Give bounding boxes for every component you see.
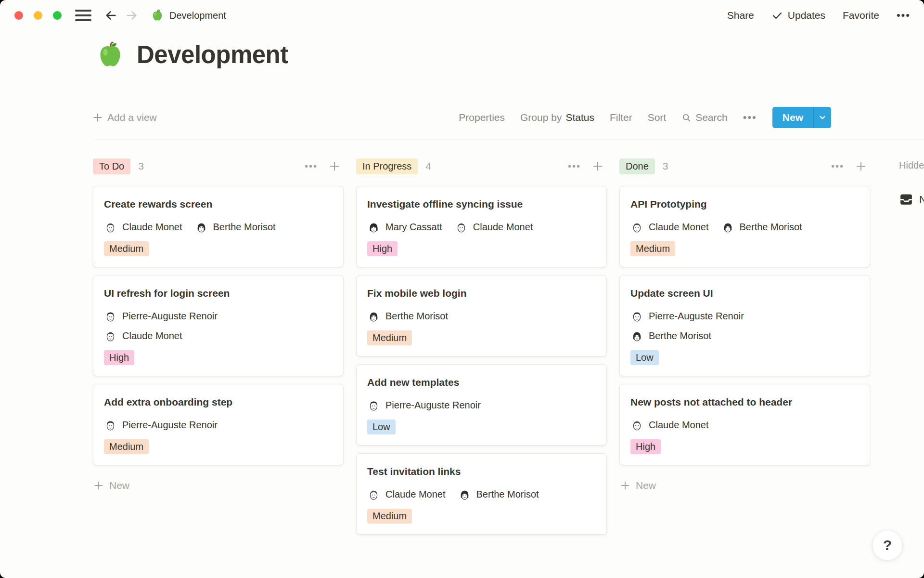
new-button[interactable]: New [772, 107, 813, 128]
board-column: Done 3 ••• API Prototyping Claude MonetB… [619, 157, 870, 535]
breadcrumb-title: Development [169, 10, 226, 21]
updates-button[interactable]: Updates [771, 10, 825, 21]
kanban-card[interactable]: Add new templates Pierre-Auguste Renoir … [356, 364, 607, 446]
column-more-icon[interactable]: ••• [568, 161, 581, 171]
assignee-avatar-icon [367, 399, 380, 412]
column-count: 4 [425, 160, 431, 172]
card-assignees: Claude MonetBerthe Morisot [630, 221, 859, 234]
minimize-button[interactable] [34, 11, 42, 20]
filter-button[interactable]: Filter [610, 112, 632, 123]
kanban-card[interactable]: Test invitation links Claude MonetBerthe… [356, 453, 607, 535]
card-priority-pill: Low [367, 420, 396, 434]
assignee-name: Berthe Morisot [213, 222, 276, 233]
assignee-row: Claude MonetBerthe Morisot [104, 221, 333, 234]
kanban-card[interactable]: New posts not attached to header Claude … [619, 384, 870, 465]
forward-arrow-icon [125, 9, 139, 22]
assignee-row: Claude MonetBerthe Morisot [630, 221, 859, 234]
card-priority-pill: Medium [367, 509, 412, 524]
column-add-card-icon[interactable] [856, 161, 866, 171]
column-cards: Investigate offline syncing issue Mary C… [356, 186, 607, 535]
help-button[interactable]: ? [872, 530, 903, 561]
assignee-avatar-icon [367, 310, 380, 323]
card-title: Update screen UI [630, 288, 859, 299]
plus-icon [93, 113, 103, 122]
card-priority-pill: High [367, 241, 398, 256]
close-button[interactable] [14, 11, 23, 20]
assignee-row: Pierre-Auguste Renoir [104, 310, 333, 323]
assignee-avatar-icon [104, 310, 117, 323]
card-assignees: Pierre-Auguste RenoirBerthe Morisot [630, 310, 859, 342]
new-card-button[interactable]: New [619, 480, 870, 491]
assignee: Berthe Morisot [630, 329, 711, 342]
card-assignees: Claude Monet [630, 419, 859, 432]
assignee: Pierre-Auguste Renoir [367, 399, 481, 412]
column-more-icon[interactable]: ••• [831, 161, 844, 171]
assignee: Claude Monet [455, 221, 533, 234]
assignee-name: Pierre-Auguste Renoir [122, 420, 218, 431]
zoom-button[interactable] [53, 11, 62, 20]
assignee-avatar-icon [367, 488, 380, 501]
kanban-card[interactable]: Fix mobile web login Berthe Morisot Medi… [356, 275, 607, 356]
hidden-columns-panel: Hidden columns No Status [899, 160, 924, 207]
chevron-down-icon [818, 113, 827, 122]
topbar-actions: Share Updates Favorite ••• [727, 9, 911, 22]
column-more-icon[interactable]: ••• [305, 161, 318, 171]
page-emoji-icon [151, 9, 164, 22]
new-card-label: New [109, 480, 129, 491]
toolbar-actions: Properties Group by Status Filter Sort S… [459, 107, 831, 128]
column-status-pill[interactable]: In Progress [356, 158, 418, 174]
column-status-pill[interactable]: To Do [93, 158, 130, 174]
new-dropdown-button[interactable] [813, 107, 831, 128]
new-card-button[interactable]: New [93, 480, 344, 491]
assignee-row: Berthe Morisot [367, 310, 596, 323]
card-assignees: Claude MonetBerthe Morisot [104, 221, 333, 234]
kanban-card[interactable]: API Prototyping Claude MonetBerthe Moris… [619, 186, 870, 267]
back-arrow-icon [104, 9, 117, 22]
hidden-columns-label[interactable]: Hidden columns [899, 160, 924, 171]
column-add-card-icon[interactable] [329, 161, 340, 171]
back-button[interactable] [104, 9, 117, 22]
kanban-card[interactable]: Investigate offline syncing issue Mary C… [356, 186, 607, 267]
card-priority-pill: Low [630, 350, 659, 365]
assignee-avatar-icon [455, 221, 468, 234]
column-status-pill[interactable]: Done [619, 158, 655, 174]
add-view-button[interactable]: Add a view [93, 112, 157, 123]
more-options-icon[interactable]: ••• [897, 9, 911, 22]
assignee-row: Claude MonetBerthe Morisot [367, 488, 596, 501]
assignee-name: Mary Cassatt [385, 222, 442, 233]
search-button[interactable]: Search [681, 112, 728, 123]
assignee: Berthe Morisot [367, 310, 448, 323]
assignee-avatar-icon [104, 221, 117, 234]
assignee: Pierre-Auguste Renoir [104, 419, 218, 432]
assignee-row: Pierre-Auguste Renoir [630, 310, 859, 323]
properties-button[interactable]: Properties [459, 112, 505, 123]
assignee-name: Pierre-Auguste Renoir [122, 311, 218, 322]
assignee: Claude Monet [630, 419, 709, 432]
assignee-name: Berthe Morisot [740, 222, 802, 233]
sidebar-toggle-button[interactable] [75, 10, 91, 21]
toolbar-more-icon[interactable]: ••• [743, 111, 757, 124]
kanban-card[interactable]: Add extra onboarding step Pierre-Auguste… [93, 384, 344, 465]
column-add-card-icon[interactable] [592, 161, 603, 171]
page-title-emoji-icon [96, 41, 124, 69]
sort-button[interactable]: Sort [648, 112, 667, 123]
assignee: Berthe Morisot [458, 488, 539, 501]
plus-icon [94, 481, 103, 490]
favorite-button[interactable]: Favorite [843, 10, 879, 21]
share-button[interactable]: Share [727, 10, 754, 21]
card-priority-pill: Medium [367, 330, 412, 345]
card-title: Investigate offline syncing issue [367, 198, 596, 210]
window-controls [14, 11, 62, 20]
assignee-avatar-icon [721, 221, 734, 234]
hidden-group-no-status[interactable]: No Status [899, 192, 924, 207]
assignee-name: Claude Monet [122, 330, 182, 342]
kanban-card[interactable]: UI refresh for login screen Pierre-Augus… [93, 275, 344, 376]
kanban-card[interactable]: Update screen UI Pierre-Auguste RenoirBe… [619, 275, 870, 376]
breadcrumb[interactable]: Development [151, 9, 226, 22]
forward-button[interactable] [125, 9, 139, 22]
assignee: Claude Monet [630, 221, 709, 234]
page-header: Development [96, 40, 288, 69]
kanban-card[interactable]: Create rewards screen Claude MonetBerthe… [93, 186, 344, 267]
group-by-button[interactable]: Group by Status [520, 112, 594, 123]
card-priority-pill: High [630, 439, 661, 454]
